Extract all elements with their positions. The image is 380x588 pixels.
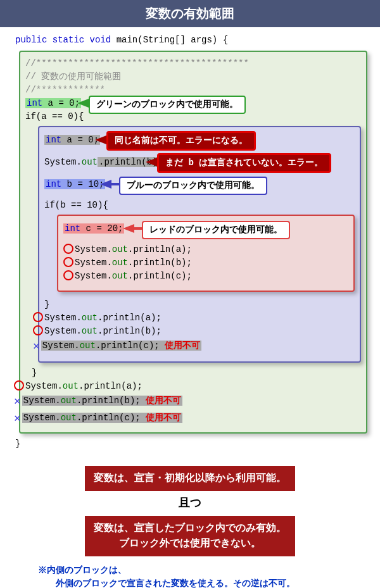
red-print-a: System.out.println(a);	[63, 243, 348, 256]
ok-mark-icon	[14, 380, 24, 391]
if-b-line: if(b == 10){	[44, 199, 355, 212]
print-b1-out: out	[82, 157, 98, 167]
decl-a2-rest: a = 0;	[61, 135, 99, 145]
callout-green: グリーンのブロック内で使用可能。	[89, 96, 246, 114]
kw-int-c: int	[65, 223, 80, 234]
print-b1-pre: System.	[44, 157, 82, 167]
decl-c-rest: c = 20;	[80, 223, 123, 234]
decl-b-rest: b = 10;	[61, 179, 104, 189]
decl-a2-line: int a = 0; 同じ名前は不可。エラーになる。	[44, 134, 355, 147]
blue-close-brace: }	[25, 366, 361, 380]
arrow-pink-stem	[130, 227, 143, 230]
comment-star-1: //**************************************…	[25, 57, 361, 70]
ng-mark-icon: ✕	[14, 393, 21, 410]
ng-mark-icon: ✕	[33, 338, 40, 355]
blue-block: int a = 0; 同じ名前は不可。エラーになる。 System.out.pr…	[38, 126, 361, 363]
decl-a-highlight: int a = 0;	[25, 98, 81, 108]
red-close-brace: }	[44, 298, 355, 311]
kw-int-a: int	[27, 98, 42, 108]
kw-int-a2: int	[46, 135, 61, 145]
print-b-undeclared-line: System.out.println(b); まだ b は宣言されていない。エラ…	[44, 156, 355, 169]
footnote: ※内側のブロックは、 外側のブロックで宣言された変数を使える。その逆は不可。	[38, 564, 367, 588]
callout-red-dup: 同じ名前は不可。エラーになる。	[106, 131, 256, 151]
decl-a2-highlight: int a = 0;	[44, 135, 100, 145]
ok-mark-icon	[63, 270, 73, 280]
decl-c-highlight: int c = 20;	[63, 223, 124, 234]
arrow-red1-icon	[95, 135, 106, 144]
ok-mark-icon	[33, 325, 43, 335]
ok-mark-icon	[63, 244, 73, 254]
code-area: public static void main(String[] args) {…	[0, 27, 380, 588]
callout-pink: レッドのブロック内で使用可能。	[142, 221, 290, 239]
footnote-l1: ※内側のブロックは、	[38, 565, 127, 575]
blue-print-b: System.out.println(b);	[33, 325, 355, 338]
arrow-red2-icon	[146, 158, 157, 166]
page-header: 変数の有効範囲	[0, 0, 380, 27]
main-rest: main(String[] args) {	[111, 35, 228, 45]
page-title: 変数の有効範囲	[146, 6, 234, 20]
red-print-b: System.out.println(b);	[63, 256, 348, 270]
decl-b-line: int b = 10; ブルーのブロック内で使用可能。	[44, 178, 355, 191]
red-block: int c = 20; レッドのブロック内で使用可能。 System.out.p…	[57, 215, 355, 292]
green-block: //**************************************…	[19, 51, 367, 434]
arrow-green-icon	[77, 99, 89, 108]
kw-int-b: int	[46, 179, 61, 189]
main-signature: public static void main(String[] args) {	[15, 34, 367, 47]
decl-a-rest: a = 0;	[42, 98, 80, 108]
ng-mark-icon: ✕	[14, 410, 21, 427]
comment-star-2: //*************	[25, 84, 361, 97]
green-print-a: System.out.println(a);	[14, 380, 361, 393]
callout-red-undeclared: まだ b は宣言されていない。エラー。	[157, 153, 331, 173]
main-close-brace: }	[15, 437, 367, 451]
green-print-c-ng: ✕System.out.println(c);使用不可	[14, 410, 361, 427]
blue-print-c-grey: System.out.println(c);使用不可	[41, 341, 201, 351]
arrow-blue-stem	[108, 183, 120, 185]
ok-mark-icon	[63, 257, 73, 267]
decl-b-highlight: int b = 10;	[44, 179, 105, 189]
decl-a-line: int a = 0; グリーンのブロック内で使用可能。	[25, 97, 361, 110]
summary-box-1: 変数は、宣言・初期化以降から利用可能。	[85, 466, 295, 491]
keyword-public-static-void: public static void	[15, 35, 111, 45]
green-print-c-grey: System.out.println(c);使用不可	[22, 413, 182, 423]
ok-mark-icon	[33, 312, 43, 322]
summary-area: 変数は、宣言・初期化以降から利用可能。 且つ 変数は、宣言したブロック内でのみ有…	[13, 466, 367, 556]
blue-print-a: System.out.println(a);	[33, 311, 355, 325]
green-print-b-grey: System.out.println(b);使用不可	[22, 396, 182, 406]
red-print-c: System.out.println(c);	[63, 270, 348, 283]
decl-c-line: int c = 20; レッドのブロック内で使用可能。	[63, 222, 348, 235]
summary-and: 且つ	[13, 495, 367, 512]
summary-box-2: 変数は、宣言したブロック内でのみ有効。 ブロック外では使用できない。	[85, 516, 295, 556]
comment-scope: // 変数の使用可能範囲	[25, 70, 361, 84]
blue-print-c-ng: ✕System.out.println(c);使用不可	[33, 338, 355, 355]
footnote-l2: 外側のブロックで宣言された変数を使える。その逆は不可。	[56, 577, 367, 588]
green-print-b-ng: ✕System.out.println(b);使用不可	[14, 393, 361, 410]
callout-blue: ブルーのブロック内で使用可能。	[119, 177, 267, 195]
